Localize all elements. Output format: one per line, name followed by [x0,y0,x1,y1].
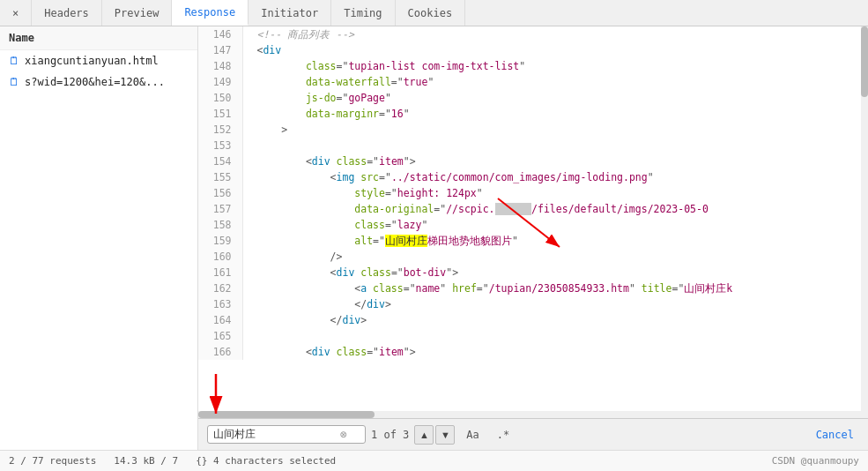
table-row: 166 <div class="item"> [198,344,868,360]
table-row: 152 > [198,122,868,138]
search-next-button[interactable]: ▼ [435,425,455,445]
main-area: Name 🗒 xiangcuntianyuan.html 🗒 s?wid=120… [0,26,868,450]
sidebar-item-query[interactable]: 🗒 s?wid=1200&hei=120&... [0,71,197,93]
chars-selected: {} 4 characters selected [196,455,336,467]
sidebar-header: Name [0,26,197,50]
attribution: CSDN @quanmoupy [772,455,859,467]
close-icon: × [12,7,19,19]
search-case-sensitive-button[interactable]: Aa [460,426,485,444]
search-cancel-button[interactable]: Cancel [811,427,859,443]
table-row: 148 class="tupian-list com-img-txt-list" [198,58,868,74]
table-row: 160 /> [198,249,868,265]
table-row: 161 <div class="bot-div"> [198,265,868,280]
file-icon-query: 🗒 [9,76,19,88]
search-bar: ⊗ 1 of 3 ▲ ▼ Aa .* Cancel [198,418,868,450]
table-row: 147 <div [198,42,868,58]
tab-close-x[interactable]: × [0,0,32,26]
tabs-bar: × Headers Preview Response Initiator Tim… [0,0,868,26]
scrollbar-track[interactable] [861,26,868,418]
table-row: 151 data-marginr="16" [198,106,868,122]
status-bar: 2 / 77 requests 14.3 kB / 7 {} 4 charact… [0,450,868,471]
search-regex-button[interactable]: .* [491,426,516,444]
search-input-wrapper: ⊗ [207,425,366,444]
search-clear-button[interactable]: ⊗ [340,428,347,441]
search-prev-button[interactable]: ▲ [414,425,434,445]
tab-initiator[interactable]: Initiator [249,0,331,26]
table-row: 156 style="height: 124px" [198,185,868,201]
table-row: 154 <div class="item"> [198,153,868,169]
tab-response[interactable]: Response [172,0,249,26]
search-options: Aa .* [460,426,516,444]
tab-headers[interactable]: Headers [32,0,102,26]
table-row: 149 data-waterfall="true" [198,74,868,90]
transfer-size: 14.3 kB / 7 [114,455,178,467]
table-row: 146 <!-- 商品列表 --> [198,26,868,42]
file-icon-html: 🗒 [9,55,19,67]
requests-count: 2 / 77 requests [9,455,96,467]
tab-cookies[interactable]: Cookies [396,0,466,26]
scrollbar-thumb[interactable] [861,26,868,97]
sidebar-item-html[interactable]: 🗒 xiangcuntianyuan.html [0,50,197,71]
table-row: 159 alt="山间村庄梯田地势地貌图片" [198,233,868,249]
search-nav: ▲ ▼ [414,425,455,445]
sidebar: Name 🗒 xiangcuntianyuan.html 🗒 s?wid=120… [0,26,198,450]
code-area: 146 <!-- 商品列表 --> 147 <div 148 class="tu… [198,26,868,450]
code-content[interactable]: 146 <!-- 商品列表 --> 147 <div 148 class="tu… [198,26,868,418]
table-row: 163 </div> [198,296,868,312]
table-row: 155 <img src="../static/common/com_image… [198,169,868,185]
search-count: 1 of 3 [371,429,409,441]
table-row: 162 <a class="name" href="/tupian/230508… [198,280,868,296]
search-input[interactable] [213,429,337,441]
h-scrollbar-thumb[interactable] [198,411,375,418]
table-row: 157 data-original="//scpic. /files/defau… [198,201,868,217]
search-bar-wrapper: ⊗ 1 of 3 ▲ ▼ Aa .* Cancel [198,418,868,450]
h-scrollbar-track[interactable] [198,411,861,418]
table-row: 165 [198,328,868,344]
table-row: 164 </div> [198,312,868,328]
code-table: 146 <!-- 商品列表 --> 147 <div 148 class="tu… [198,26,868,360]
table-row: 158 class="lazy" [198,217,868,233]
tab-timing[interactable]: Timing [331,0,395,26]
table-row: 153 [198,138,868,153]
table-row: 150 js-do="goPage" [198,90,868,106]
tab-preview[interactable]: Preview [102,0,173,26]
